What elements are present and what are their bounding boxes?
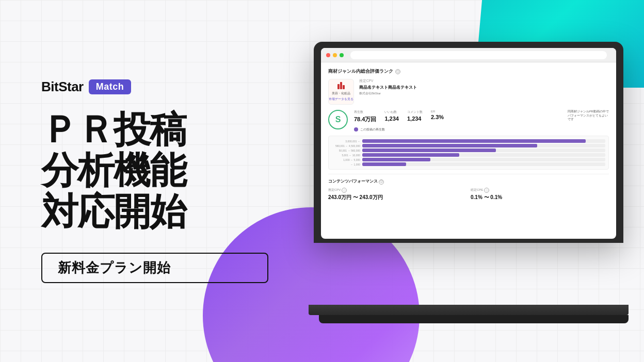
- score-circle: S: [328, 110, 348, 129]
- stat-er-value: 2.3%: [431, 114, 444, 120]
- browser-dot-red: [326, 53, 330, 57]
- chart-row-1: 3,000,001 ～: [332, 139, 605, 143]
- product-info: 推定CPV 商品名テキスト商品名テキスト 株式会社BitStar: [359, 79, 609, 96]
- perf-info-icon: ⓘ: [379, 179, 384, 185]
- stat-er: ER 2.3%: [431, 110, 444, 123]
- browser-address-bar: [350, 51, 607, 59]
- headline-line1: ＰＲ投稿: [41, 109, 268, 150]
- stat-comments: コメント数 1,234: [407, 110, 423, 123]
- chart-bar-fill-6: [362, 162, 406, 166]
- chart-bar-fill-4: [362, 153, 459, 157]
- chart-bar-container-6: [362, 162, 605, 166]
- cpe-info-icon: ⓘ: [484, 188, 489, 193]
- perf-grid: 推定CPV ⓘ 243.0万円 〜 243.0万円 総定CPE ⓘ: [328, 188, 609, 201]
- chart-row-6: ～ 1,000: [332, 162, 605, 166]
- chart-bar-container-2: [362, 144, 605, 147]
- chart-row-5: 1,000 ～ 5,000: [332, 158, 605, 161]
- browser-dot-green: [340, 53, 344, 57]
- chart-y-labels: 3,000,001 ～ 560,001 ～ 4,500,000: [332, 139, 605, 166]
- chart-label-5: 1,000 ～ 5,000: [332, 158, 360, 161]
- perf-section: コンテンツパフォーマンス ⓘ 推定CPV ⓘ 243.0万円 〜 243.0万円: [328, 174, 609, 201]
- chart-bar-container-4: [362, 153, 605, 157]
- score-section: S 再生数 78.4万回 いいね数 1,234: [328, 110, 609, 131]
- perf-cpv-label: 推定CPV ⓘ: [328, 188, 466, 193]
- stat-er-label: ER: [431, 110, 444, 113]
- chart-area: 3,000,001 ～ 560,001 ～ 4,500,000: [328, 136, 609, 170]
- stats-row: 再生数 78.4万回 いいね数 1,234 コメント数 1,234: [354, 110, 561, 123]
- chart-row-3: 50,001 ～ 560,000: [332, 149, 605, 152]
- stat-likes: いいね数 1,234: [384, 110, 399, 123]
- main-headline: ＰＲ投稿 分析機能 対応開始: [41, 109, 268, 232]
- brand-row: BitStar Match: [41, 79, 268, 95]
- chart-row-4: 5,001 ～ 10,000: [332, 153, 605, 157]
- stat-views-label: 再生数: [354, 110, 376, 114]
- perf-cpv-value: 243.0万円 〜 243.0万円: [328, 194, 466, 201]
- chart-bar-container-3: [362, 149, 605, 152]
- stat-comments-value: 1,234: [407, 116, 423, 122]
- cpv-info-icon: ⓘ: [342, 188, 347, 193]
- chart-label-4: 5,001 ～ 10,000: [332, 154, 360, 157]
- score-info: 再生数 78.4万回 いいね数 1,234 コメント数 1,234: [354, 110, 561, 131]
- chart-label-1: 3,000,001 ～: [332, 140, 360, 143]
- perf-title: コンテンツパフォーマンス ⓘ: [328, 178, 609, 185]
- chart-legend: この投稿の再生数: [354, 127, 561, 131]
- perf-cpv: 推定CPV ⓘ 243.0万円 〜 243.0万円: [328, 188, 466, 201]
- product-info-label: 推定CPV: [359, 79, 609, 84]
- left-content-area: BitStar Match ＰＲ投稿 分析機能 対応開始 新料金プラン開始: [0, 0, 299, 362]
- stat-likes-label: いいね数: [384, 110, 399, 114]
- perf-cpe: 総定CPE ⓘ 0.1% 〜 0.1%: [471, 188, 609, 201]
- perf-cpe-label: 総定CPE ⓘ: [471, 188, 609, 193]
- stat-views: 再生数 78.4万回: [354, 110, 376, 123]
- chart-bar-fill-5: [362, 158, 430, 161]
- browser-chrome: [321, 48, 616, 62]
- dashboard-content: 商材ジャンル内総合評価ランク ⓘ 美容・化粧品 市場データを見る: [321, 62, 616, 207]
- chart-bar-fill-2: [362, 144, 537, 147]
- right-content-area: 商材ジャンル内総合評価ランク ⓘ 美容・化粧品 市場データを見る: [293, 0, 644, 362]
- product-icon-box: 美容・化粧品 市場データを見る: [328, 79, 354, 105]
- headline-line3: 対応開始: [41, 191, 268, 232]
- brand-name: BitStar: [41, 79, 84, 95]
- laptop-frame: 商材ジャンル内総合評価ランク ⓘ 美容・化粧品 市場データを見る: [314, 42, 623, 243]
- match-badge: Match: [89, 79, 132, 94]
- browser-dot-yellow: [333, 53, 337, 57]
- bar1: [337, 84, 340, 89]
- legend-label: この投稿の再生数: [360, 128, 385, 131]
- stat-views-value: 78.4万回: [354, 116, 376, 123]
- headline-line2: 分析機能: [41, 150, 268, 191]
- legend-dot: [354, 127, 358, 131]
- dashboard-title: 商材ジャンル内総合評価ランク ⓘ: [328, 69, 609, 75]
- chart-bar-container-1: [362, 139, 605, 143]
- product-row: 美容・化粧品 市場データを見る 推定CPV 商品名テキスト商品名テキスト 株式会…: [328, 79, 609, 105]
- product-name: 商品名テキスト商品名テキスト: [359, 85, 609, 90]
- score-description: 同商材ジャンルPR動画の中でパフォーマンスがとてもよいです: [568, 110, 609, 122]
- laptop-screen: 商材ジャンル内総合評価ランク ⓘ 美容・化粧品 市場データを見る: [321, 48, 616, 239]
- laptop-base-top: [309, 305, 629, 315]
- stat-likes-value: 1,234: [384, 116, 399, 122]
- chart-bar-container-5: [362, 158, 605, 161]
- chart-bar-fill-1: [362, 139, 586, 143]
- product-category: 美容・化粧品: [332, 91, 350, 96]
- product-link[interactable]: 市場データを見る: [329, 97, 353, 102]
- product-icon-bars: [337, 82, 345, 89]
- product-company: 株式会社BitStar: [359, 91, 609, 96]
- sub-badge: 新料金プラン開始: [41, 253, 268, 283]
- chart-label-3: 50,001 ～ 560,000: [332, 149, 360, 152]
- chart-row-2: 560,001 ～ 4,500,000: [332, 144, 605, 147]
- chart-bar-fill-3: [362, 149, 496, 152]
- perf-cpe-value: 0.1% 〜 0.1%: [471, 194, 609, 201]
- bar3: [343, 85, 345, 89]
- info-icon: ⓘ: [395, 69, 400, 74]
- chart-label-2: 560,001 ～ 4,500,000: [332, 144, 360, 147]
- stat-comments-label: コメント数: [407, 110, 423, 114]
- chart-label-6: ～ 1,000: [332, 163, 360, 166]
- laptop-base-bottom: [319, 315, 629, 323]
- laptop-mockup: 商材ジャンル内総合評価ランク ⓘ 美容・化粧品 市場データを見る: [314, 42, 634, 341]
- bar2: [340, 82, 342, 89]
